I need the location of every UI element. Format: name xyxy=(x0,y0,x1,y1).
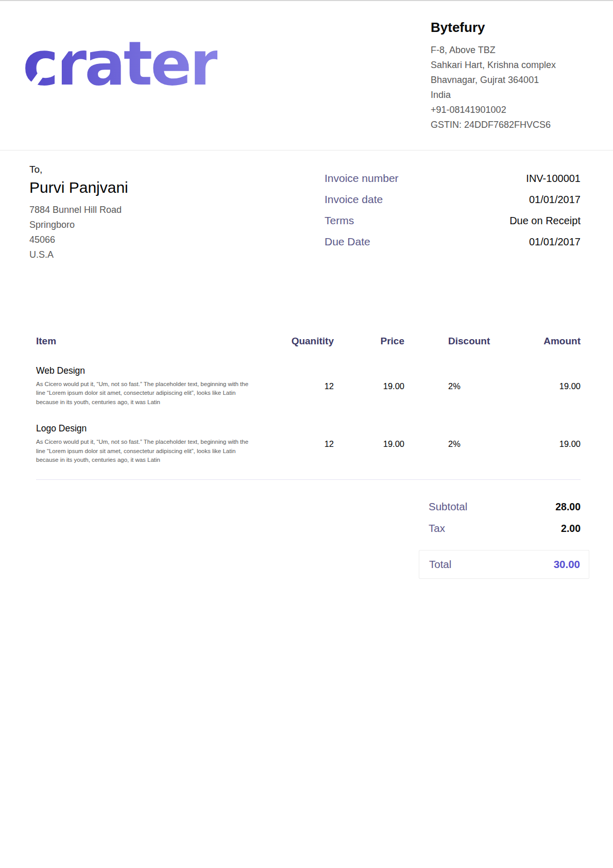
invoice-date-row: Invoice date 01/01/2017 xyxy=(325,193,581,206)
column-header-discount: Discount xyxy=(404,336,507,347)
table-row: Logo Design As Cicero would put it, “Um,… xyxy=(36,423,581,464)
due-date-value: 01/01/2017 xyxy=(529,236,581,248)
company-address-line: Sahkari Hart, Krishna complex xyxy=(431,58,586,73)
column-header-quantity: Quanitity xyxy=(263,336,334,347)
item-description: As Cicero would put it, “Um, not so fast… xyxy=(36,438,257,464)
customer-name: Purvi Panjvani xyxy=(29,179,128,196)
invoice-page: crater Bytefury F-8, Above TBZ Sahkari H… xyxy=(0,0,613,868)
customer-address-line: 45066 xyxy=(29,232,128,247)
table-row: Web Design As Cicero would put it, “Um, … xyxy=(36,365,581,407)
company-address-line: F-8, Above TBZ xyxy=(431,43,586,58)
total-value: 30.00 xyxy=(554,558,580,571)
item-name: Web Design xyxy=(36,365,263,376)
column-header-price: Price xyxy=(334,336,404,347)
item-description: As Cicero would put it, “Um, not so fast… xyxy=(36,380,257,407)
invoice-number-label: Invoice number xyxy=(325,172,399,185)
terms-label: Terms xyxy=(325,214,354,227)
total-box: Total 30.00 xyxy=(419,550,589,579)
terms-row: Terms Due on Receipt xyxy=(325,214,581,227)
item-amount: 19.00 xyxy=(507,365,581,407)
invoice-number-value: INV-100001 xyxy=(526,173,581,185)
terms-value: Due on Receipt xyxy=(509,215,581,227)
invoice-meta: Invoice number INV-100001 Invoice date 0… xyxy=(325,172,581,262)
company-phone: +91-08141901002 xyxy=(431,103,586,118)
tax-row: Tax 2.00 xyxy=(419,522,589,535)
invoice-date-value: 01/01/2017 xyxy=(529,194,581,206)
item-amount: 19.00 xyxy=(507,423,581,464)
billing-section: To, Purvi Panjvani 7884 Bunnel Hill Road… xyxy=(0,151,613,262)
item-discount: 2% xyxy=(404,423,507,464)
items-table-header: Item Quanitity Price Discount Amount xyxy=(36,336,581,347)
customer-address-line: Springboro xyxy=(29,218,128,232)
company-address-line: India xyxy=(431,88,586,103)
item-quantity: 12 xyxy=(263,423,334,464)
subtotal-label: Subtotal xyxy=(429,500,467,513)
tax-label: Tax xyxy=(429,522,445,535)
customer-address-line: U.S.A xyxy=(29,247,128,262)
total-label: Total xyxy=(429,558,451,571)
crater-logo: crater xyxy=(23,33,217,94)
due-date-label: Due Date xyxy=(325,236,370,248)
company-name: Bytefury xyxy=(431,20,586,36)
subtotal-value: 28.00 xyxy=(555,501,581,513)
bill-to-label: To, xyxy=(29,164,128,175)
item-cell: Web Design As Cicero would put it, “Um, … xyxy=(36,365,263,407)
column-header-amount: Amount xyxy=(507,336,581,347)
due-date-row: Due Date 01/01/2017 xyxy=(325,236,581,248)
company-info: Bytefury F-8, Above TBZ Sahkari Hart, Kr… xyxy=(431,20,586,132)
item-quantity: 12 xyxy=(263,365,334,407)
invoice-header: crater Bytefury F-8, Above TBZ Sahkari H… xyxy=(0,1,613,151)
item-cell: Logo Design As Cicero would put it, “Um,… xyxy=(36,423,263,464)
company-address-line: Bhavnagar, Gujrat 364001 xyxy=(431,73,586,88)
bill-to-block: To, Purvi Panjvani 7884 Bunnel Hill Road… xyxy=(29,164,128,262)
item-price: 19.00 xyxy=(334,423,404,464)
invoice-number-row: Invoice number INV-100001 xyxy=(325,172,581,185)
items-table: Item Quanitity Price Discount Amount Web… xyxy=(36,336,581,480)
table-bottom-divider xyxy=(36,479,581,480)
tax-value: 2.00 xyxy=(561,523,581,535)
totals-section: Subtotal 28.00 Tax 2.00 Total 30.00 xyxy=(419,500,589,579)
invoice-date-label: Invoice date xyxy=(325,193,383,206)
item-name: Logo Design xyxy=(36,423,263,434)
customer-address-line: 7884 Bunnel Hill Road xyxy=(29,203,128,218)
item-price: 19.00 xyxy=(334,365,404,407)
subtotal-row: Subtotal 28.00 xyxy=(419,500,589,513)
column-header-item: Item xyxy=(36,336,263,347)
company-gstin: GSTIN: 24DDF7682FHVCS6 xyxy=(431,118,586,132)
item-discount: 2% xyxy=(404,365,507,407)
